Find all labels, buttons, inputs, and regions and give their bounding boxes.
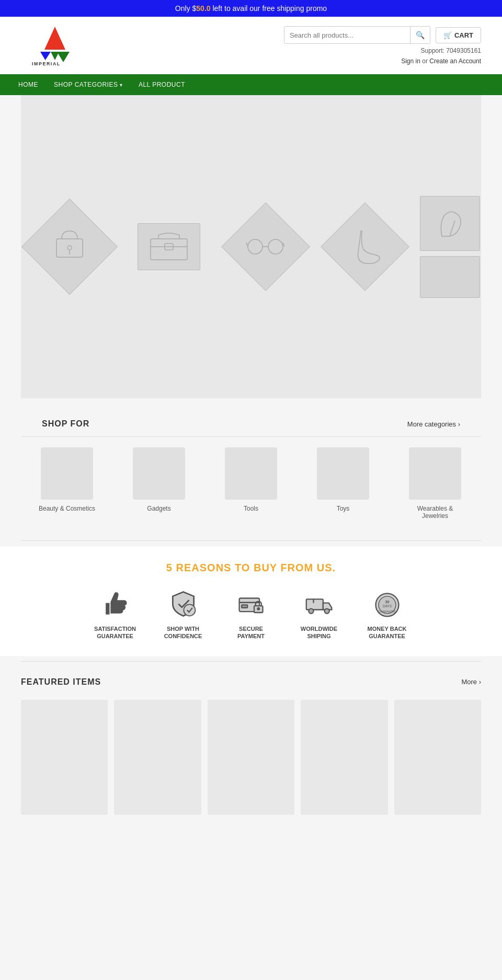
category-wearables[interactable]: Wearables & Jewelries (404, 447, 466, 520)
category-beauty-label: Beauty & Cosmetics (39, 505, 95, 512)
category-wearables-label: Wearables & Jewelries (404, 505, 466, 520)
featured-card-2[interactable] (114, 700, 201, 815)
top-banner: Only $50.0 left to avail our free shippi… (0, 0, 502, 17)
support-text: Support: 7049305161 (421, 47, 481, 54)
banner-text-suffix: left to avail our free shipping promo (211, 4, 327, 13)
header-right: 🔍 🛒 CART Support: 7049305161 Sign in or … (284, 26, 481, 65)
reason-secure: SECUREPAYMENT (225, 587, 277, 640)
search-input[interactable] (284, 27, 410, 43)
featured-card-1[interactable] (21, 700, 108, 815)
banner-text-prefix: Only $ (175, 4, 196, 13)
svg-point-24 (309, 609, 313, 614)
featured-header: FEATURED ITEMS More › (0, 667, 502, 695)
credit-card-lock-icon (234, 587, 268, 621)
search-box: 🔍 (284, 26, 430, 44)
featured-grid (0, 695, 502, 831)
featured-section: FEATURED ITEMS More › (0, 667, 502, 831)
featured-card-4[interactable] (301, 700, 387, 815)
auth-row: Sign in or Create an Account (401, 57, 481, 65)
featured-card-5[interactable] (394, 700, 481, 815)
reasons-icons: SATISFACTIONGUARANTEE SHOP WITHCONFIDENC… (21, 587, 481, 640)
svg-point-12 (248, 239, 263, 254)
svg-rect-23 (306, 599, 323, 609)
reason-satisfaction-label: SATISFACTIONGUARANTEE (94, 625, 136, 640)
reason-moneyback-label: MONEY BACKGUARANTEE (368, 625, 407, 640)
header: IMPERIAL PRODUCTS 🔍 🛒 CART Support: 7049… (0, 17, 502, 74)
categories-row: Beauty & Cosmetics Gadgets Tools Toys We… (0, 437, 502, 535)
reason-moneyback: 30 DAYS GUARANTEE MONEY BACKGUARANTEE (361, 587, 413, 640)
hero-placeholder (21, 95, 481, 398)
svg-text:30: 30 (385, 599, 389, 604)
nav-all-product[interactable]: ALL PRODUCT (131, 74, 193, 95)
more-categories-link[interactable]: More categories › (407, 420, 460, 428)
reasons-title: 5 REASONS TO BUY FROM US. (21, 562, 481, 574)
svg-marker-1 (40, 52, 51, 60)
svg-point-7 (67, 246, 72, 250)
reason-confidence: SHOP WITHCONFIDENCE (157, 587, 209, 640)
sign-in-link[interactable]: Sign in (401, 57, 420, 65)
dropdown-chevron-icon: ▾ (120, 82, 123, 88)
shop-for-title: SHOP FOR (42, 419, 89, 429)
search-cart-row: 🔍 🛒 CART (284, 26, 481, 44)
search-button[interactable]: 🔍 (410, 27, 430, 43)
shop-for-header: SHOP FOR More categories › (21, 409, 481, 437)
divider-1 (21, 540, 481, 541)
hero-item-bag (22, 200, 117, 294)
featured-card-3[interactable] (208, 700, 294, 815)
category-wearables-img (409, 447, 461, 500)
category-gadgets[interactable]: Gadgets (128, 447, 190, 520)
divider-2 (21, 661, 481, 662)
svg-point-25 (324, 609, 329, 614)
nav-home[interactable]: HOME (10, 74, 46, 95)
medal-icon: 30 DAYS GUARANTEE (370, 587, 404, 621)
category-beauty-img (41, 447, 93, 500)
banner-amount: 50.0 (196, 4, 210, 13)
category-tools-label: Tools (244, 505, 258, 512)
shop-for-section: SHOP FOR More categories › Beauty & Cosm… (0, 409, 502, 535)
hero-right-items (420, 196, 480, 298)
reason-confidence-label: SHOP WITHCONFIDENCE (164, 625, 202, 640)
reason-secure-label: SECUREPAYMENT (237, 625, 265, 640)
create-account-link[interactable]: Create an Account (429, 57, 481, 65)
svg-rect-20 (242, 605, 247, 608)
hero-item-glasses (221, 202, 310, 291)
hero-item-shoe (321, 202, 409, 291)
category-tools-img (225, 447, 277, 500)
category-gadgets-label: Gadgets (147, 505, 170, 512)
auth-or: or (422, 57, 429, 65)
svg-marker-0 (44, 27, 65, 50)
svg-marker-3 (51, 52, 59, 60)
logo-image: IMPERIAL PRODUCTS (21, 25, 89, 66)
featured-title: FEATURED ITEMS (21, 677, 101, 687)
reason-shipping: WORLDWIDESHIPING (293, 587, 345, 640)
reason-shipping-label: WORLDWIDESHIPING (301, 625, 337, 640)
nav-bar: HOME SHOP CATEGORIES ▾ ALL PRODUCT (0, 74, 502, 95)
shield-check-icon (166, 587, 200, 621)
cart-button[interactable]: 🛒 CART (436, 27, 481, 43)
thumbs-up-icon (98, 587, 132, 621)
nav-shop-categories[interactable]: SHOP CATEGORIES ▾ (46, 74, 131, 95)
truck-icon (302, 587, 336, 621)
cart-icon: 🛒 (443, 31, 452, 39)
svg-text:IMPERIAL: IMPERIAL (32, 61, 61, 66)
reasons-section: 5 REASONS TO BUY FROM US. SATISFACTIONGU… (0, 546, 502, 656)
cart-label: CART (454, 31, 473, 39)
hero-section (21, 95, 481, 398)
category-toys-label: Toys (337, 505, 350, 512)
svg-line-15 (246, 243, 248, 247)
hero-illustration (21, 175, 481, 319)
category-gadgets-img (133, 447, 185, 500)
featured-more-link[interactable]: More › (461, 678, 481, 686)
svg-point-13 (268, 239, 283, 254)
svg-point-22 (257, 608, 259, 610)
svg-text:GUARANTEE: GUARANTEE (378, 610, 396, 613)
category-toys[interactable]: Toys (312, 447, 374, 520)
svg-text:DAYS: DAYS (383, 604, 392, 608)
hero-item-satchel (127, 205, 211, 289)
svg-rect-9 (151, 239, 187, 260)
category-tools[interactable]: Tools (220, 447, 282, 520)
category-toys-img (317, 447, 369, 500)
reason-satisfaction: SATISFACTIONGUARANTEE (89, 587, 141, 640)
svg-point-17 (184, 604, 195, 616)
category-beauty[interactable]: Beauty & Cosmetics (36, 447, 98, 520)
